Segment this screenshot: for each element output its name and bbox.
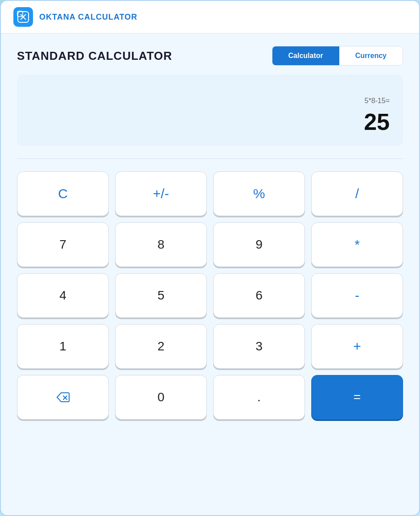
tab-calculator[interactable]: Calculator: [272, 46, 339, 65]
key-1[interactable]: 1: [17, 324, 109, 369]
tab-group: Calculator Currency: [272, 46, 404, 66]
clear-button[interactable]: C: [17, 171, 109, 216]
divider: [17, 158, 403, 159]
result: 25: [364, 108, 390, 135]
key-row-3: 4 5 6 -: [17, 273, 403, 318]
key-2[interactable]: 2: [115, 324, 207, 369]
percent-button[interactable]: %: [213, 171, 305, 216]
decimal-button[interactable]: .: [213, 375, 305, 420]
key-row-1: C +/- % /: [17, 171, 403, 216]
key-3[interactable]: 3: [213, 324, 305, 369]
key-row-4: 1 2 3 +: [17, 324, 403, 369]
key-4[interactable]: 4: [17, 273, 109, 318]
expression: 5*8-15=: [365, 97, 390, 105]
key-9[interactable]: 9: [213, 222, 305, 267]
key-row-5: 0 . =: [17, 375, 403, 420]
backspace-icon: [56, 390, 70, 404]
section-header: STANDARD CALCULATOR Calculator Currency: [17, 46, 403, 66]
multiply-button[interactable]: *: [311, 222, 403, 267]
backspace-button[interactable]: [17, 375, 109, 420]
tab-currency[interactable]: Currency: [339, 46, 403, 65]
key-0[interactable]: 0: [115, 375, 207, 420]
equals-button[interactable]: =: [311, 375, 403, 420]
subtract-button[interactable]: -: [311, 273, 403, 318]
add-button[interactable]: +: [311, 324, 403, 369]
key-row-2: 7 8 9 *: [17, 222, 403, 267]
header: OKTANA CALCULATOR: [1, 1, 419, 33]
key-5[interactable]: 5: [115, 273, 207, 318]
section-title: STANDARD CALCULATOR: [17, 49, 172, 63]
key-6[interactable]: 6: [213, 273, 305, 318]
keypad: C +/- % / 7 8 9 * 4 5 6 - 1 2: [17, 171, 403, 420]
display-area: 5*8-15= 25: [17, 75, 403, 146]
divide-button[interactable]: /: [311, 171, 403, 216]
key-7[interactable]: 7: [17, 222, 109, 267]
app-title: OKTANA CALCULATOR: [39, 12, 137, 22]
app-logo: [13, 7, 33, 27]
app-window: OKTANA CALCULATOR STANDARD CALCULATOR Ca…: [0, 0, 420, 516]
key-8[interactable]: 8: [115, 222, 207, 267]
negate-button[interactable]: +/-: [115, 171, 207, 216]
main-content: STANDARD CALCULATOR Calculator Currency …: [1, 33, 419, 515]
